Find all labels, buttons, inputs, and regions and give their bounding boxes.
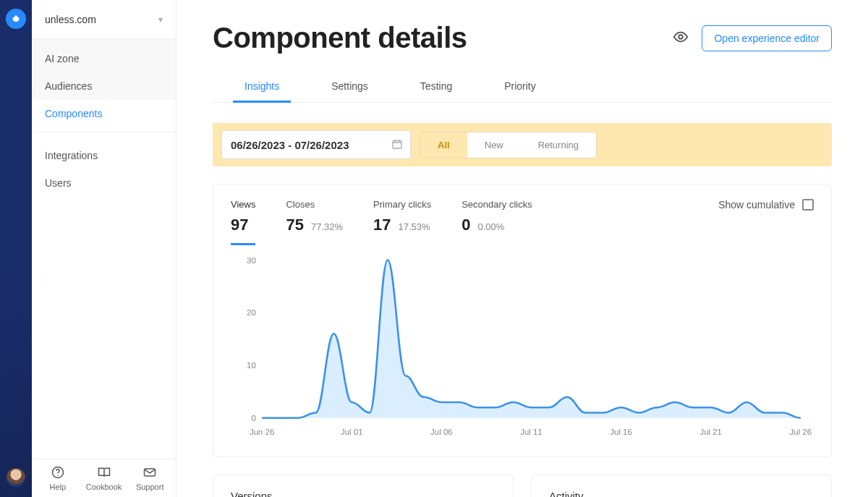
show-cumulative-toggle[interactable]: Show cumulative bbox=[718, 199, 814, 211]
calendar-icon bbox=[391, 138, 403, 152]
date-range-picker[interactable]: 06/26/2023 - 07/26/2023 bbox=[221, 130, 411, 159]
svg-text:Jun 26: Jun 26 bbox=[250, 428, 274, 436]
help-icon bbox=[51, 465, 65, 480]
tab-insights[interactable]: Insights bbox=[233, 72, 291, 102]
book-icon bbox=[97, 465, 111, 480]
brand-logo[interactable] bbox=[6, 9, 26, 29]
metric-label: Secondary clicks bbox=[461, 199, 532, 210]
segment-new[interactable]: New bbox=[467, 132, 521, 158]
segment-returning[interactable]: Returning bbox=[521, 132, 596, 158]
cookbook-label: Cookbook bbox=[86, 483, 122, 491]
metric-pct: 0.00% bbox=[477, 221, 504, 232]
tab-testing[interactable]: Testing bbox=[409, 72, 464, 102]
metric-label: Closes bbox=[286, 199, 343, 210]
views-chart: 0102030Jun 26Jul 01Jul 06Jul 11Jul 16Jul… bbox=[231, 252, 814, 443]
svg-text:Jul 26: Jul 26 bbox=[790, 428, 812, 436]
tab-settings[interactable]: Settings bbox=[320, 72, 380, 102]
tabs: Insights Settings Testing Priority bbox=[213, 72, 832, 103]
metric-label: Views bbox=[231, 199, 255, 210]
nav-rail bbox=[0, 0, 32, 497]
svg-point-1 bbox=[57, 475, 58, 476]
user-avatar[interactable] bbox=[7, 468, 25, 487]
cumulative-label: Show cumulative bbox=[718, 199, 795, 211]
nav-section-bottom: Integrations Users bbox=[32, 136, 176, 197]
svg-rect-4 bbox=[393, 140, 401, 148]
svg-text:Jul 16: Jul 16 bbox=[610, 428, 632, 436]
date-range-value: 06/26/2023 - 07/26/2023 bbox=[231, 139, 349, 151]
mail-icon bbox=[142, 465, 157, 480]
filter-bar: 06/26/2023 - 07/26/2023 All New Returnin… bbox=[213, 123, 832, 166]
metric-views[interactable]: Views 97 bbox=[231, 199, 255, 245]
visibility-icon[interactable] bbox=[673, 29, 689, 48]
site-name: unless.com bbox=[45, 14, 96, 25]
versions-card: Versions bbox=[213, 475, 514, 497]
sidebar: unless.com ▾ AI zone Audiences Component… bbox=[32, 0, 176, 497]
svg-text:Jul 11: Jul 11 bbox=[520, 428, 542, 436]
open-editor-button[interactable]: Open experience editor bbox=[702, 25, 832, 51]
svg-text:0: 0 bbox=[251, 414, 255, 422]
main-content: Component details Open experience editor… bbox=[176, 0, 868, 497]
metric-value: 17 bbox=[373, 216, 391, 234]
metric-secondary-clicks[interactable]: Secondary clicks 0 0.00% bbox=[461, 199, 532, 234]
metric-primary-clicks[interactable]: Primary clicks 17 17.53% bbox=[373, 199, 431, 234]
nav-section-top: AI zone Audiences Components bbox=[32, 39, 176, 127]
support-label: Support bbox=[136, 483, 164, 491]
sidebar-item-integrations[interactable]: Integrations bbox=[32, 142, 176, 169]
metric-pct: 17.53% bbox=[399, 221, 430, 232]
svg-text:Jul 06: Jul 06 bbox=[430, 428, 453, 436]
metric-value: 75 bbox=[286, 216, 303, 234]
logo-icon bbox=[11, 14, 21, 24]
help-button[interactable]: Help bbox=[35, 465, 81, 491]
help-label: Help bbox=[50, 483, 67, 491]
sidebar-footer: Help Cookbook Support bbox=[32, 459, 176, 497]
metric-label: Primary clicks bbox=[373, 199, 431, 210]
cookbook-button[interactable]: Cookbook bbox=[81, 465, 127, 491]
chart-card: Views 97 Closes 75 77.32% Primary clicks bbox=[213, 184, 832, 457]
versions-title: Versions bbox=[231, 490, 495, 497]
sidebar-item-users[interactable]: Users bbox=[32, 169, 176, 197]
svg-text:10: 10 bbox=[247, 361, 256, 370]
site-selector[interactable]: unless.com ▾ bbox=[32, 0, 176, 39]
page-title: Component details bbox=[213, 22, 467, 54]
sidebar-item-audiences[interactable]: Audiences bbox=[32, 72, 176, 100]
svg-text:20: 20 bbox=[247, 308, 256, 317]
checkbox-icon bbox=[802, 199, 814, 211]
tab-priority[interactable]: Priority bbox=[493, 72, 548, 102]
support-button[interactable]: Support bbox=[127, 465, 173, 491]
chevron-down-icon: ▾ bbox=[158, 14, 163, 25]
svg-text:Jul 01: Jul 01 bbox=[341, 428, 363, 436]
metric-closes[interactable]: Closes 75 77.32% bbox=[286, 199, 343, 234]
sidebar-item-ai-zone[interactable]: AI zone bbox=[32, 45, 176, 72]
svg-point-3 bbox=[679, 35, 684, 39]
sidebar-item-components[interactable]: Components bbox=[32, 100, 176, 127]
metrics-row: Views 97 Closes 75 77.32% Primary clicks bbox=[231, 199, 814, 245]
activity-title: Activity bbox=[549, 490, 814, 497]
svg-text:30: 30 bbox=[247, 256, 256, 265]
metric-value: 0 bbox=[461, 216, 470, 234]
activity-card: Activity bbox=[531, 475, 832, 497]
visitor-segment-toggle: All New Returning bbox=[420, 132, 597, 158]
metric-pct: 77.32% bbox=[311, 221, 343, 232]
metric-value: 97 bbox=[231, 216, 248, 234]
svg-text:Jul 21: Jul 21 bbox=[699, 428, 722, 436]
segment-all[interactable]: All bbox=[420, 132, 467, 158]
